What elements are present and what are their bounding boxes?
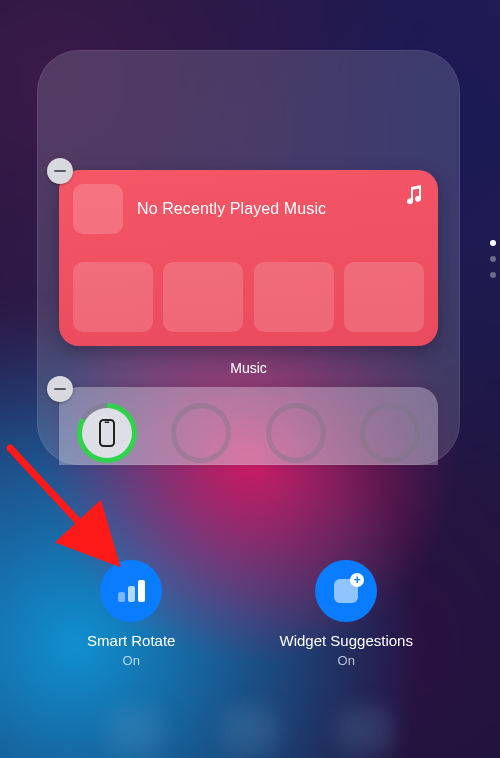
stack-page-indicator[interactable] bbox=[490, 240, 496, 278]
remove-batteries-widget-button[interactable] bbox=[47, 376, 73, 402]
smart-rotate-option[interactable]: Smart Rotate On bbox=[87, 560, 175, 668]
music-widget[interactable]: No Recently Played Music bbox=[59, 170, 438, 346]
batteries-widget[interactable] bbox=[59, 387, 438, 465]
music-note-icon bbox=[404, 184, 424, 210]
smart-rotate-icon bbox=[100, 560, 162, 622]
dock-blur-hint bbox=[0, 703, 500, 758]
music-tile bbox=[254, 262, 334, 332]
music-widget-title: No Recently Played Music bbox=[137, 200, 326, 218]
battery-ring-empty bbox=[360, 403, 420, 463]
battery-ring-empty bbox=[266, 403, 326, 463]
album-art-placeholder bbox=[73, 184, 123, 234]
smart-rotate-title: Smart Rotate bbox=[87, 632, 175, 649]
iphone-icon bbox=[77, 403, 137, 463]
page-dot[interactable] bbox=[490, 256, 496, 262]
page-dot[interactable] bbox=[490, 240, 496, 246]
music-recent-tiles bbox=[59, 262, 438, 332]
widget-suggestions-status: On bbox=[338, 653, 355, 668]
remove-music-widget-button[interactable] bbox=[47, 158, 73, 184]
widget-suggestions-title: Widget Suggestions bbox=[280, 632, 413, 649]
music-widget-caption: Music bbox=[37, 360, 460, 376]
page-dot[interactable] bbox=[490, 272, 496, 278]
svg-rect-1 bbox=[105, 421, 110, 423]
battery-ring-empty bbox=[171, 403, 231, 463]
battery-ring-device bbox=[77, 403, 137, 463]
music-tile bbox=[73, 262, 153, 332]
widget-suggestions-icon: + bbox=[315, 560, 377, 622]
music-tile bbox=[344, 262, 424, 332]
widget-suggestions-option[interactable]: + Widget Suggestions On bbox=[280, 560, 413, 668]
plus-icon: + bbox=[350, 573, 364, 587]
music-tile bbox=[163, 262, 243, 332]
smart-rotate-status: On bbox=[123, 653, 140, 668]
widget-stack-frame[interactable]: No Recently Played Music Music bbox=[37, 50, 460, 465]
svg-rect-0 bbox=[100, 420, 114, 446]
